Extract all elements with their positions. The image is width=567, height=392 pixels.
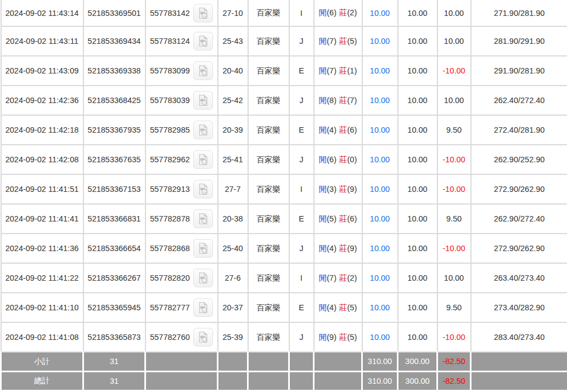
video-file-icon	[197, 35, 209, 47]
game-result: 閒(3)莊(9)	[314, 174, 362, 204]
video-replay-button[interactable]	[193, 121, 213, 139]
table-row: 2024-09-02 11:43:11 521853369434 5577831…	[1, 26, 567, 56]
bet-time: 2024-09-02 11:43:09	[1, 56, 83, 86]
video-replay-button[interactable]	[193, 209, 213, 228]
video-replay-button[interactable]	[193, 298, 213, 317]
valid-bet-amount[interactable]: 10.00	[362, 263, 398, 293]
banker-points: (9)	[347, 244, 357, 253]
game-id: 557782913	[150, 185, 190, 194]
result-letter: J	[289, 322, 314, 352]
player-points: (9)	[327, 333, 336, 342]
valid-bet-amount[interactable]: 10.00	[362, 204, 398, 234]
result-letter: J	[289, 26, 314, 56]
game-type: 百家樂	[248, 26, 289, 56]
player-points: (7)	[327, 66, 336, 75]
video-replay-button[interactable]	[193, 91, 213, 110]
video-replay-button[interactable]	[193, 32, 213, 50]
valid-bet-amount[interactable]: 10.00	[362, 56, 398, 86]
bet-id: 521853366267	[83, 263, 145, 293]
bet-amount: 10.00	[398, 174, 437, 204]
valid-bet-amount[interactable]: 10.00	[362, 322, 398, 352]
balance-before-after: 262.90/252.90	[471, 145, 567, 174]
valid-bet-amount[interactable]: 10.00	[362, 115, 398, 145]
table-row: 2024-09-02 11:41:36 521853366654 5577828…	[1, 234, 567, 263]
summary-empty-cell	[145, 371, 218, 390]
video-replay-button[interactable]	[193, 269, 213, 287]
valid-bet-amount[interactable]: 10.00	[362, 0, 398, 26]
bet-amount: 10.00	[398, 145, 437, 174]
game-result: 閒(7)莊(2)	[314, 263, 362, 293]
win-loss-amount: -10.00	[437, 234, 471, 263]
summary-balance-cell	[471, 371, 567, 390]
game-id-cell: 557782760	[145, 322, 218, 352]
table-row: 2024-09-02 11:41:51 521853367153 5577829…	[1, 174, 567, 204]
bet-id: 521853365945	[83, 293, 145, 322]
valid-bet-amount[interactable]: 10.00	[362, 234, 398, 263]
banker-points: (2)	[347, 274, 357, 282]
game-id: 557783099	[150, 66, 190, 75]
valid-bet-amount[interactable]: 10.00	[362, 26, 398, 56]
player-points: (7)	[327, 37, 336, 46]
player-points: (4)	[327, 126, 336, 134]
game-id-cell: 557783099	[145, 56, 218, 86]
game-type: 百家樂	[248, 0, 289, 26]
result-letter: I	[289, 263, 314, 293]
banker-points: (6)	[347, 214, 357, 223]
game-id-cell: 557783142	[145, 0, 218, 26]
banker-label: 莊	[339, 333, 347, 342]
win-loss-amount: 10.00	[437, 263, 471, 293]
video-replay-button[interactable]	[193, 328, 213, 346]
summary-row: 總計 31 310.00 300.00 -82.50	[1, 371, 567, 390]
video-file-icon	[197, 242, 209, 254]
game-result: 閒(6)莊(0)	[314, 145, 362, 174]
summary-empty-cell	[145, 352, 218, 371]
bet-amount: 10.00	[398, 263, 437, 293]
game-id-cell: 557782868	[145, 234, 218, 263]
game-id-cell: 557782913	[145, 174, 218, 204]
game-id-cell: 557782962	[145, 145, 218, 174]
banker-label: 莊	[339, 274, 347, 282]
video-replay-button[interactable]	[193, 239, 213, 258]
game-id-cell: 557783124	[145, 26, 218, 56]
valid-bet-amount[interactable]: 10.00	[362, 293, 398, 322]
bet-id: 521853366831	[83, 204, 145, 234]
video-replay-button[interactable]	[193, 61, 213, 80]
bet-time: 2024-09-02 11:41:51	[1, 174, 83, 204]
win-loss-amount: -10.00	[437, 322, 471, 352]
player-label: 閒	[319, 8, 327, 17]
bet-id: 521853369434	[83, 26, 145, 56]
player-label: 閒	[319, 274, 327, 282]
game-type: 百家樂	[248, 293, 289, 322]
player-label: 閒	[319, 333, 327, 342]
player-label: 閒	[319, 185, 327, 194]
balance-before-after: 263.40/273.40	[471, 263, 567, 293]
banker-label: 莊	[339, 214, 347, 223]
table-round: 27-6	[218, 263, 248, 293]
game-id-cell: 557782820	[145, 263, 218, 293]
banker-points: (1)	[347, 66, 357, 75]
video-file-icon	[197, 183, 209, 195]
video-file-icon	[197, 94, 209, 106]
game-id: 557782820	[150, 274, 190, 282]
result-letter: E	[289, 293, 314, 322]
summary-row: 小計 31 310.00 300.00 -82.50	[1, 352, 567, 371]
player-points: (6)	[327, 8, 336, 17]
valid-bet-amount[interactable]: 10.00	[362, 145, 398, 174]
bet-time: 2024-09-02 11:43:14	[1, 0, 83, 26]
table-row: 2024-09-02 11:42:36 521853368425 5577830…	[1, 86, 567, 115]
summary-empty-cell	[314, 371, 362, 390]
video-replay-button[interactable]	[193, 180, 213, 198]
table-row: 2024-09-02 11:41:22 521853366267 5577828…	[1, 263, 567, 293]
valid-bet-amount[interactable]: 10.00	[362, 174, 398, 204]
video-file-icon	[197, 65, 209, 77]
video-file-icon	[197, 124, 209, 136]
game-id: 557782777	[150, 303, 190, 312]
video-replay-button[interactable]	[193, 4, 213, 22]
valid-bet-amount[interactable]: 10.00	[362, 86, 398, 115]
summary-bet-total: 300.00	[398, 352, 437, 371]
win-loss-amount: -10.00	[437, 145, 471, 174]
video-file-icon	[197, 302, 209, 314]
video-replay-button[interactable]	[193, 150, 213, 169]
game-type: 百家樂	[248, 174, 289, 204]
video-file-icon	[197, 272, 209, 284]
